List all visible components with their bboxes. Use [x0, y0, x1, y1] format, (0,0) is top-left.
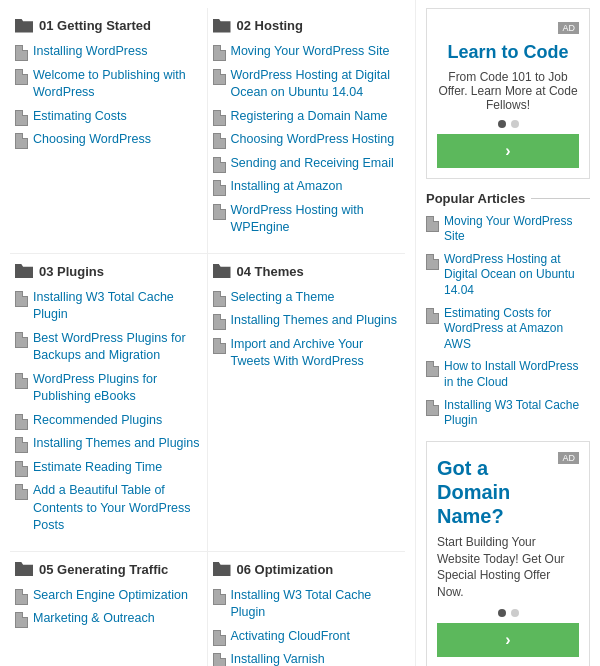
sections-grid: 01 Getting StartedInstalling WordPressWe…: [10, 8, 405, 666]
article-list: Installing W3 Total Cache PluginActivati…: [213, 587, 401, 667]
section-05: 05 Generating TrafficSearch Engine Optim…: [10, 552, 208, 667]
list-item: Import and Archive Your Tweets With Word…: [213, 336, 401, 371]
article-list: Selecting a ThemeInstalling Themes and P…: [213, 289, 401, 371]
popular-article-link[interactable]: Moving Your WordPress Site: [444, 214, 590, 245]
article-link[interactable]: Recommended Plugins: [33, 412, 162, 430]
list-item: WordPress Plugins for Publishing eBooks: [15, 371, 202, 406]
article-link[interactable]: WordPress Plugins for Publishing eBooks: [33, 371, 202, 406]
list-item: Installing W3 Total Cache Plugin: [15, 289, 202, 324]
article-link[interactable]: Installing Themes and Plugins: [33, 435, 200, 453]
article-link[interactable]: Marketing & Outreach: [33, 610, 155, 628]
document-icon: [15, 460, 28, 476]
ad-dots: [437, 120, 579, 128]
folder-icon: [213, 562, 231, 576]
document-icon: [15, 436, 28, 452]
article-link[interactable]: WordPress Hosting at Digital Ocean on Ub…: [231, 67, 401, 102]
document-icon: [15, 372, 28, 388]
list-item: Choosing WordPress Hosting: [213, 131, 401, 149]
document-icon: [15, 290, 28, 306]
document-icon: [15, 68, 28, 84]
list-item: Marketing & Outreach: [15, 610, 202, 628]
document-icon: [15, 483, 28, 499]
article-link[interactable]: Installing Varnish: [231, 651, 325, 666]
article-link[interactable]: Estimating Costs: [33, 108, 127, 126]
article-link[interactable]: Registering a Domain Name: [231, 108, 388, 126]
list-item: Estimating Costs for WordPress at Amazon…: [426, 306, 590, 353]
document-icon: [426, 253, 439, 269]
section-03: 03 PluginsInstalling W3 Total Cache Plug…: [10, 254, 208, 552]
section-04: 04 ThemesSelecting a ThemeInstalling The…: [208, 254, 406, 552]
popular-articles-section: Popular ArticlesMoving Your WordPress Si…: [426, 191, 590, 429]
article-list: Installing W3 Total Cache PluginBest Wor…: [15, 289, 202, 535]
document-icon: [15, 331, 28, 347]
article-link[interactable]: Estimate Reading Time: [33, 459, 162, 477]
article-link[interactable]: Choosing WordPress: [33, 131, 151, 149]
ad-dots: [437, 609, 579, 617]
ad-text: From Code 101 to Job Offer. Learn More a…: [437, 70, 579, 112]
document-icon: [213, 652, 226, 666]
article-link[interactable]: Installing W3 Total Cache Plugin: [33, 289, 202, 324]
list-item: Welcome to Publishing with WordPress: [15, 67, 202, 102]
list-item: Search Engine Optimization: [15, 587, 202, 605]
document-icon: [213, 109, 226, 125]
document-icon: [213, 156, 226, 172]
list-item: WordPress Hosting at Digital Ocean on Ub…: [213, 67, 401, 102]
sidebar: ADLearn to CodeFrom Code 101 to Job Offe…: [415, 0, 600, 666]
article-link[interactable]: Import and Archive Your Tweets With Word…: [231, 336, 401, 371]
article-link[interactable]: Installing at Amazon: [231, 178, 343, 196]
list-item: Installing W3 Total Cache Plugin: [213, 587, 401, 622]
list-item: WordPress Hosting with WPEngine: [213, 202, 401, 237]
page-layout: 01 Getting StartedInstalling WordPressWe…: [0, 0, 600, 666]
list-item: WordPress Hosting at Digital Ocean on Ub…: [426, 252, 590, 299]
popular-article-link[interactable]: Installing W3 Total Cache Plugin: [444, 398, 590, 429]
list-item: Installing Themes and Plugins: [213, 312, 401, 330]
document-icon: [213, 337, 226, 353]
article-link[interactable]: Installing W3 Total Cache Plugin: [231, 587, 401, 622]
list-item: Installing Themes and Plugins: [15, 435, 202, 453]
popular-article-link[interactable]: How to Install WordPress in the Cloud: [444, 359, 590, 390]
list-item: Selecting a Theme: [213, 289, 401, 307]
section-06: 06 OptimizationInstalling W3 Total Cache…: [208, 552, 406, 667]
article-link[interactable]: Activating CloudFront: [231, 628, 351, 646]
article-link[interactable]: Add a Beautiful Table of Contents to You…: [33, 482, 202, 535]
article-link[interactable]: WordPress Hosting with WPEngine: [231, 202, 401, 237]
ad-button[interactable]: ›: [437, 623, 579, 657]
ad-title: Got a Domain Name?: [437, 456, 579, 528]
article-link[interactable]: Moving Your WordPress Site: [231, 43, 390, 61]
ad-text: Start Building Your Website Today! Get O…: [437, 534, 579, 601]
document-icon: [213, 629, 226, 645]
article-link[interactable]: Selecting a Theme: [231, 289, 335, 307]
section-header: 03 Plugins: [15, 264, 202, 279]
popular-article-link[interactable]: Estimating Costs for WordPress at Amazon…: [444, 306, 590, 353]
document-icon: [15, 611, 28, 627]
article-list: Moving Your WordPress SiteWordPress Host…: [213, 43, 401, 237]
article-link[interactable]: Installing Themes and Plugins: [231, 312, 398, 330]
ad-badge: AD: [558, 452, 579, 464]
list-item: Moving Your WordPress Site: [213, 43, 401, 61]
article-link[interactable]: Installing WordPress: [33, 43, 147, 61]
list-item: Registering a Domain Name: [213, 108, 401, 126]
ad-button[interactable]: ›: [437, 134, 579, 168]
folder-icon: [15, 19, 33, 33]
article-link[interactable]: Welcome to Publishing with WordPress: [33, 67, 202, 102]
folder-icon: [213, 19, 231, 33]
article-link[interactable]: Sending and Receiving Email: [231, 155, 394, 173]
document-icon: [426, 360, 439, 376]
document-icon: [15, 44, 28, 60]
document-icon: [426, 215, 439, 231]
document-icon: [213, 44, 226, 60]
article-link[interactable]: Best WordPress Plugins for Backups and M…: [33, 330, 202, 365]
list-item: Installing Varnish: [213, 651, 401, 666]
dot: [511, 120, 519, 128]
popular-article-link[interactable]: WordPress Hosting at Digital Ocean on Ub…: [444, 252, 590, 299]
article-link[interactable]: Choosing WordPress Hosting: [231, 131, 395, 149]
ad-banner-1: ADLearn to CodeFrom Code 101 to Job Offe…: [426, 8, 590, 179]
popular-articles-title: Popular Articles: [426, 191, 590, 206]
list-item: Add a Beautiful Table of Contents to You…: [15, 482, 202, 535]
section-title: 01 Getting Started: [39, 18, 151, 33]
document-icon: [213, 132, 226, 148]
article-link[interactable]: Search Engine Optimization: [33, 587, 188, 605]
section-header: 02 Hosting: [213, 18, 401, 33]
list-item: Sending and Receiving Email: [213, 155, 401, 173]
dot: [511, 609, 519, 617]
